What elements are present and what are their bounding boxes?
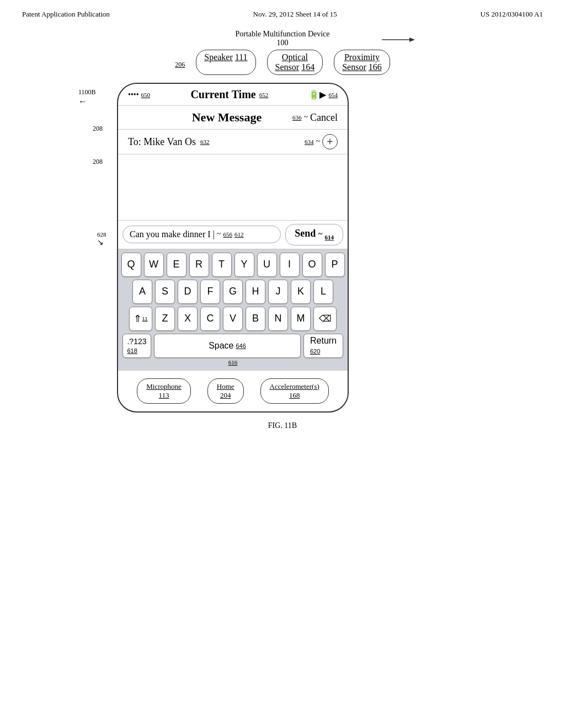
message-body[interactable] — [118, 154, 348, 221]
key-shift[interactable]: ⇑11 — [129, 307, 152, 331]
battery-icon: 🔋▶ — [308, 89, 326, 100]
time-ref: 652 — [259, 92, 269, 98]
key-d[interactable]: D — [178, 280, 198, 304]
key-p[interactable]: P — [325, 253, 345, 277]
speaker-label: Speaker 111 — [196, 50, 255, 75]
key-v[interactable]: V — [223, 307, 243, 331]
main-content: Portable Multifunction Device 100 206 Sp… — [0, 24, 565, 430]
field-ref: 612 — [234, 231, 244, 238]
plus-button[interactable]: + — [322, 134, 338, 149]
label-208a: 208 — [93, 125, 103, 133]
key-space[interactable]: Space 646 — [154, 334, 301, 358]
accelerometer-button[interactable]: Accelerometer(s) 168 — [260, 378, 329, 404]
proximity-sensor-label: Proximity Sensor 166 — [334, 50, 390, 75]
key-row-2: A S D F G H J K L — [120, 280, 345, 304]
tilde4-icon: ~ — [318, 230, 322, 238]
cancel-button[interactable]: Cancel — [310, 112, 338, 124]
hardware-buttons: Microphone 113 Home 204 Accelerometer(s)… — [118, 370, 348, 411]
key-q[interactable]: Q — [121, 253, 141, 277]
to-label: To: Mike Van Os — [128, 136, 196, 148]
key-row-3: ⇑11 Z X C V B N M ⌫ — [120, 307, 345, 331]
to-field: To: Mike Van Os 632 634 ~ + — [118, 130, 348, 154]
key-c[interactable]: C — [200, 307, 220, 331]
signal-ref: 650 — [141, 92, 151, 98]
key-e[interactable]: E — [167, 253, 186, 277]
tilde-icon: ~ — [303, 113, 308, 122]
label-1100b: 1100B ← — [78, 88, 96, 106]
to-ref: 632 — [200, 138, 210, 145]
key-return[interactable]: Return 620 — [303, 334, 343, 358]
key-j[interactable]: J — [268, 280, 288, 304]
status-bar: •••• 650 Current Time 652 🔋▶ 654 — [118, 84, 348, 106]
cursor: | — [213, 229, 215, 239]
message-text: Can you make dinner I — [130, 229, 211, 239]
patent-right: US 2012/0304100 A1 — [481, 10, 543, 19]
key-k[interactable]: K — [291, 280, 311, 304]
key-f[interactable]: F — [200, 280, 220, 304]
send-button[interactable]: Send ~ 614 — [285, 224, 343, 245]
ref-206-label: 206 — [175, 61, 185, 69]
keyboard-ref: 616 — [120, 358, 345, 368]
key-t[interactable]: T — [212, 253, 232, 277]
key-row-bottom: .?123 618 Space 646 Return 620 — [120, 334, 345, 358]
outer-wrapper: Portable Multifunction Device 100 206 Sp… — [117, 30, 448, 430]
key-g[interactable]: G — [223, 280, 243, 304]
key-s[interactable]: S — [155, 280, 175, 304]
key-h[interactable]: H — [246, 280, 265, 304]
key-x[interactable]: X — [178, 307, 198, 331]
sensor-area: Speaker 111 Optical Sensor 164 Proximity… — [196, 50, 390, 75]
patent-left: Patent Application Publication — [22, 10, 110, 19]
message-input-row: Can you make dinner I | ~ 656 612 Send ~… — [118, 221, 348, 249]
tilde2-icon: ~ — [316, 137, 320, 146]
label-628: 628 ↘ — [97, 231, 106, 247]
patent-header: Patent Application Publication Nov. 29, … — [0, 0, 565, 24]
optical-sensor-label: Optical Sensor 164 — [267, 50, 323, 75]
key-l[interactable]: L — [313, 280, 333, 304]
svg-marker-1 — [409, 38, 415, 42]
key-y[interactable]: Y — [234, 253, 254, 277]
signal-icon: •••• — [128, 90, 139, 99]
message-field[interactable]: Can you make dinner I | ~ 656 612 — [122, 226, 281, 243]
nav-bar: New Message 636 ~ Cancel — [118, 106, 348, 130]
battery-ref: 654 — [328, 92, 338, 98]
key-a[interactable]: A — [132, 280, 152, 304]
key-num[interactable]: .?123 618 — [122, 334, 151, 358]
fig-label: FIG. 11B — [117, 421, 448, 430]
keyboard: Q W E R T Y U I O P A S — [118, 249, 348, 370]
key-i[interactable]: I — [280, 253, 300, 277]
key-u[interactable]: U — [257, 253, 277, 277]
key-m[interactable]: M — [291, 307, 311, 331]
key-w[interactable]: W — [144, 253, 164, 277]
home-button[interactable]: Home 204 — [207, 378, 244, 404]
key-delete[interactable]: ⌫ — [313, 307, 337, 331]
send-ref: 614 — [325, 234, 334, 240]
tilde3-icon: ~ — [217, 230, 221, 239]
key-b[interactable]: B — [246, 307, 265, 331]
new-message-title: New Message — [192, 110, 262, 125]
plus-ref: 634 — [305, 138, 314, 145]
cancel-ref: 636 — [292, 114, 302, 121]
cursor-ref: 656 — [223, 231, 232, 238]
key-r[interactable]: R — [189, 253, 209, 277]
patent-center: Nov. 29, 2012 Sheet 14 of 15 — [253, 10, 337, 19]
device-frame: •••• 650 Current Time 652 🔋▶ 654 — [117, 83, 349, 413]
key-z[interactable]: Z — [155, 307, 175, 331]
key-o[interactable]: O — [302, 253, 322, 277]
current-time-label: Current Time — [190, 88, 255, 101]
key-n[interactable]: N — [268, 307, 288, 331]
microphone-button[interactable]: Microphone 113 — [137, 378, 191, 404]
label-208b: 208 — [93, 158, 103, 166]
key-row-1: Q W E R T Y U I O P — [120, 253, 345, 277]
device-container: 1100B ← 208 208 628 ↘ •••• 650 — [117, 83, 448, 413]
